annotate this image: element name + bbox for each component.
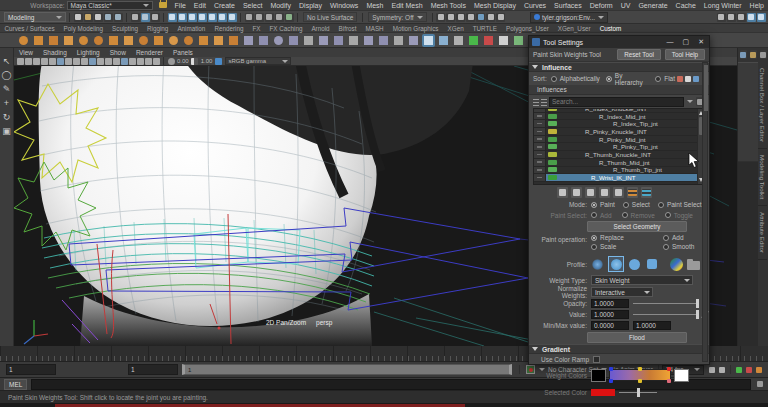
influence-pin-cell[interactable] xyxy=(534,108,546,112)
make-live-icon[interactable] xyxy=(285,13,294,22)
mask-deformers-icon[interactable] xyxy=(208,13,217,22)
playback-options-icon[interactable] xyxy=(708,365,717,374)
character-controls-icon[interactable] xyxy=(740,50,747,59)
shelf-tab[interactable]: Rigging xyxy=(143,25,173,32)
poly-cylinder-icon[interactable] xyxy=(47,34,60,47)
minimize-button[interactable]: — xyxy=(667,38,674,46)
menu-item[interactable]: Mesh Display xyxy=(470,2,520,9)
select-tool-icon[interactable]: ↖ xyxy=(1,54,13,68)
paint-select-tool-icon[interactable]: ✎ xyxy=(1,82,13,96)
panel-menu-item[interactable]: Renderer xyxy=(131,49,168,56)
weight-ramp-a-icon[interactable] xyxy=(627,187,638,198)
insert-knot-icon[interactable] xyxy=(347,34,360,47)
wireframe-icon[interactable] xyxy=(81,58,88,65)
mode-radio[interactable]: Paint xyxy=(591,201,615,208)
shelf-tab[interactable]: Bifrost xyxy=(334,25,361,32)
paint-skin-weights-shelf-icon[interactable] xyxy=(422,34,435,47)
image-brush-icon[interactable] xyxy=(670,258,683,271)
opacity-field[interactable] xyxy=(591,299,629,308)
undo-icon[interactable] xyxy=(104,13,113,22)
offset-curve-icon[interactable] xyxy=(377,34,390,47)
menu-set-dropdown[interactable]: Modeling xyxy=(4,12,66,22)
mask-handles-icon[interactable] xyxy=(168,13,177,22)
panel-menu-item[interactable]: Shading xyxy=(38,49,72,56)
shadows-icon[interactable] xyxy=(113,58,120,65)
camera-attributes-icon[interactable] xyxy=(33,58,40,65)
influence-pin-cell[interactable] xyxy=(534,120,546,127)
search-input[interactable] xyxy=(549,97,684,107)
poly-cone-icon[interactable] xyxy=(107,34,120,47)
weight-color-ramp[interactable] xyxy=(609,369,671,381)
hypershade-icon[interactable] xyxy=(466,13,475,22)
multisample-icon[interactable] xyxy=(137,58,144,65)
min-value-field[interactable] xyxy=(591,321,629,330)
human-ik-icon[interactable] xyxy=(750,50,757,59)
influences-list[interactable]: R_Index_Knuckle_INT R_Index_Mid_jnt R_In… xyxy=(533,108,705,185)
influence-color-swatch[interactable] xyxy=(548,137,557,142)
use-color-ramp-checkbox[interactable] xyxy=(593,356,600,363)
normalize-weights-dropdown[interactable]: Interactive xyxy=(591,287,653,297)
influence-row[interactable]: R_Wrist_IK_INT xyxy=(534,174,704,182)
influence-row[interactable]: R_Pinky_Mid_jnt xyxy=(534,136,704,144)
workspace-dropdown[interactable]: Maya Classic* xyxy=(67,1,153,10)
shelf-tab[interactable]: Polygons_User xyxy=(502,25,554,32)
value-slider[interactable] xyxy=(633,310,699,319)
menu-item[interactable]: Display xyxy=(295,2,326,9)
save-scene-icon[interactable] xyxy=(94,13,103,22)
paint-operation-radio[interactable]: Add xyxy=(663,234,723,241)
poly-plane-icon[interactable] xyxy=(62,34,75,47)
ep-curve-icon[interactable] xyxy=(242,34,255,47)
shelf-tab[interactable]: Arnold xyxy=(307,25,334,32)
menu-item[interactable]: Cache xyxy=(672,2,700,9)
panel-menu-item[interactable]: Lighting xyxy=(72,49,105,56)
chevron-down-icon[interactable] xyxy=(687,100,693,103)
toggle-attribute-editor-icon[interactable] xyxy=(747,13,756,22)
influence-color-swatch[interactable] xyxy=(548,167,557,172)
influence-row[interactable]: R_Thumb_Tip_jnt xyxy=(534,167,704,175)
move-tool-icon[interactable]: + xyxy=(1,96,13,110)
joint-display-small-icon[interactable] xyxy=(599,187,610,198)
brush-profile-solid[interactable] xyxy=(628,258,641,271)
mask-dynamics-icon[interactable] xyxy=(218,13,227,22)
influence-pin-cell[interactable] xyxy=(534,128,546,135)
influence-color-swatch[interactable] xyxy=(548,114,557,119)
playback-start-field[interactable] xyxy=(6,364,56,375)
image-plane-icon[interactable] xyxy=(49,58,56,65)
menu-item[interactable]: Windows xyxy=(326,2,362,9)
poly-helix-icon[interactable] xyxy=(152,34,165,47)
range-slider[interactable]: 1 xyxy=(182,364,512,375)
paint-roller-icon[interactable] xyxy=(585,187,596,198)
rebuild-curve-icon[interactable] xyxy=(392,34,405,47)
joint-tool-icon[interactable] xyxy=(437,34,450,47)
paint-operation-radio[interactable]: Smooth xyxy=(663,243,723,250)
screen-ao-icon[interactable] xyxy=(121,58,128,65)
reset-tool-button[interactable]: Reset Tool xyxy=(617,49,661,60)
shelf-tab[interactable]: Animation xyxy=(173,25,210,32)
influence-color-swatch[interactable] xyxy=(548,108,557,111)
influence-color-swatch[interactable] xyxy=(548,121,557,126)
render-icon[interactable] xyxy=(436,13,445,22)
select-hierarchy-icon[interactable] xyxy=(131,13,140,22)
selected-color-slider[interactable] xyxy=(619,388,657,397)
color-management-icon[interactable] xyxy=(215,58,222,65)
influence-color-swatch[interactable] xyxy=(548,144,557,149)
poly-pipe-icon[interactable] xyxy=(137,34,150,47)
poly-prism-icon[interactable] xyxy=(227,34,240,47)
snap-curve-icon[interactable] xyxy=(255,13,264,22)
poly-pyramid-icon[interactable] xyxy=(122,34,135,47)
menu-item[interactable]: Curves xyxy=(520,2,550,9)
poly-soccer-icon[interactable] xyxy=(182,34,195,47)
poly-disc-icon[interactable] xyxy=(92,34,105,47)
value-field[interactable] xyxy=(591,310,629,319)
poly-superellipse-icon[interactable] xyxy=(197,34,210,47)
shelf-tab[interactable]: Curves / Surfaces xyxy=(0,25,59,32)
influence-pin-cell[interactable] xyxy=(534,113,546,120)
mask-joints-icon[interactable] xyxy=(178,13,187,22)
workspace-lock-icon[interactable] xyxy=(159,2,167,8)
extend-curve-icon[interactable] xyxy=(362,34,375,47)
paste-weights-icon[interactable] xyxy=(693,76,699,82)
bind-skin-icon[interactable] xyxy=(497,34,510,47)
shelf-tab[interactable]: Sculpting xyxy=(108,25,143,32)
influence-color-swatch[interactable] xyxy=(548,175,557,180)
influence-pin-cell[interactable] xyxy=(534,159,546,166)
